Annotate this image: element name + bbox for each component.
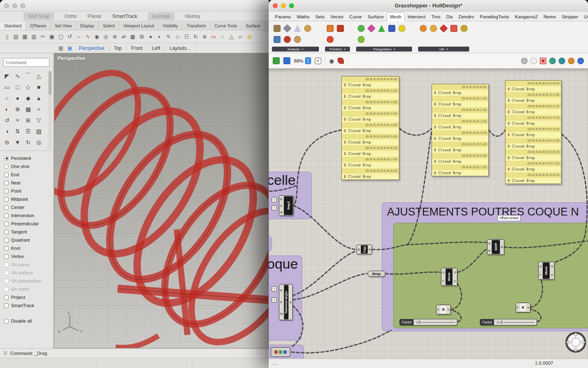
- tool-icon[interactable]: ◇: [23, 81, 33, 92]
- checkbox-icon[interactable]: [4, 287, 9, 292]
- osnap-item[interactable]: On curve: [4, 260, 53, 269]
- slider-track[interactable]: [422, 322, 455, 323]
- display-mode-icon[interactable]: [549, 58, 556, 64]
- tool-icon[interactable]: ●: [12, 92, 23, 103]
- display-mode-icon[interactable]: [577, 58, 584, 64]
- osnap-radio[interactable]: One shot: [4, 162, 53, 171]
- toolbar-tab[interactable]: Viewport Layout: [119, 21, 158, 30]
- display-mode-icon[interactable]: [568, 58, 575, 64]
- ribbon-icon[interactable]: [282, 34, 292, 45]
- status-toggle[interactable]: Gumball: [148, 13, 174, 20]
- close-button[interactable]: [4, 3, 9, 8]
- history-list-icon[interactable]: ☰: [3, 351, 7, 356]
- tool-icon[interactable]: ◑: [2, 126, 12, 137]
- tool-icon[interactable]: ◐: [2, 103, 12, 114]
- checkbox-icon[interactable]: [4, 205, 9, 210]
- viewport-tab[interactable]: Left: [147, 45, 165, 51]
- toolbar-icon[interactable]: ↻: [191, 32, 200, 42]
- osnap-item[interactable]: Midpoint: [4, 195, 53, 203]
- toolbar-icon[interactable]: ▩: [128, 32, 137, 42]
- minimize-button[interactable]: [12, 3, 17, 8]
- display-mode-icon[interactable]: [559, 58, 565, 64]
- ribbon-group-label[interactable]: Util+: [418, 47, 469, 52]
- osnap-item[interactable]: Vertex: [4, 252, 53, 260]
- tool-icon[interactable]: ◤: [2, 70, 12, 81]
- ribbon-icon[interactable]: [282, 23, 292, 34]
- display-mode-icon[interactable]: [540, 58, 546, 64]
- toolbar-icon[interactable]: ✂: [38, 32, 47, 42]
- osnap-item[interactable]: Project: [4, 293, 53, 301]
- slider-factor-right[interactable]: Factor ◇-5: [480, 319, 537, 325]
- toolbar-icon[interactable]: ▯: [2, 32, 11, 42]
- checkbox-icon[interactable]: [4, 213, 9, 218]
- osnap-item[interactable]: Center: [4, 203, 53, 211]
- data-panel-b[interactable]: {0;0;0;0;0;0;0}0 Closed Brep{0;0;0;0;0;1…: [432, 84, 489, 176]
- ribbon-group-label[interactable]: Triangulation+: [356, 47, 412, 52]
- toolbar-icon[interactable]: ▣: [47, 32, 56, 42]
- param-brep[interactable]: Brep: [368, 271, 385, 277]
- checkbox-icon[interactable]: [4, 319, 9, 323]
- toolbar-icon[interactable]: ⊕: [110, 32, 119, 42]
- zoom-button[interactable]: [20, 3, 25, 8]
- status-toggle[interactable]: Planar: [87, 13, 102, 19]
- menu-item[interactable]: Dis: [443, 13, 456, 21]
- osnap-item[interactable]: Near: [4, 179, 53, 187]
- toolbar-icon[interactable]: ⇔: [74, 32, 83, 42]
- osnap-item[interactable]: On mesh: [4, 285, 53, 293]
- tool-icon[interactable]: ▲: [33, 92, 44, 103]
- ribbon-icon[interactable]: [459, 23, 469, 34]
- grasshopper-titlebar[interactable]: Grasshopper - HullDesign*: [269, 0, 588, 11]
- viewport-tab[interactable]: Layouts...: [165, 45, 196, 51]
- toolbar-icon[interactable]: ▭: [209, 32, 218, 42]
- share-icon[interactable]: ↑: [261, 2, 263, 8]
- toolbar-icon[interactable]: ▤: [11, 32, 20, 42]
- toolbar-icon[interactable]: ◇: [173, 32, 182, 42]
- toolbar-icon[interactable]: ▥: [29, 32, 38, 42]
- toolbar-icon[interactable]: ▢: [56, 32, 65, 42]
- checkbox-icon[interactable]: [4, 222, 9, 226]
- toolbar-icon[interactable]: ◎: [101, 32, 110, 42]
- component-cap[interactable]: B Cap B: [356, 245, 372, 254]
- osnap-item[interactable]: Tangent: [4, 228, 53, 236]
- tool-icon[interactable]: ×: [12, 114, 23, 126]
- toolbar-icon[interactable]: ▱: [236, 32, 245, 42]
- tool-icon[interactable]: ⊕: [12, 103, 23, 114]
- tool-icon[interactable]: ▼: [12, 137, 23, 148]
- tool-icon[interactable]: △: [33, 70, 44, 81]
- toolbar-icon[interactable]: ☷: [182, 32, 191, 42]
- tool-icon[interactable]: ▧: [33, 126, 44, 137]
- menu-item[interactable]: PanelingTools: [477, 13, 512, 21]
- toolbar-icon[interactable]: ↺: [65, 32, 74, 42]
- ribbon-group-label[interactable]: Primitive+: [325, 47, 350, 52]
- status-toggle[interactable]: SmartTrack: [112, 13, 138, 19]
- menu-item[interactable]: Intersect: [405, 13, 428, 21]
- ribbon-icon[interactable]: [397, 23, 407, 34]
- viewport-grid-icon[interactable]: ▦: [56, 45, 65, 51]
- display-mode-icon[interactable]: [530, 58, 537, 64]
- toolbar-tab[interactable]: Display: [76, 21, 99, 30]
- ribbon-icon[interactable]: [325, 34, 335, 45]
- toolbar-icon[interactable]: ∿: [83, 32, 92, 42]
- toolbar-tab[interactable]: Standard: [0, 21, 26, 30]
- component-sdiff[interactable]: A B SDiff R: [487, 239, 504, 255]
- osnap-item[interactable]: End: [4, 171, 53, 179]
- ribbon-icon[interactable]: [292, 34, 303, 45]
- checkbox-icon[interactable]: [4, 279, 9, 283]
- open-file-icon[interactable]: [273, 57, 280, 64]
- menu-item[interactable]: Nemo: [541, 13, 559, 21]
- tool-icon[interactable]: ⊞: [23, 114, 33, 126]
- grasshopper-canvas[interactable]: celle oque AJUSTEMENTS POUTRES COQUE N: [269, 69, 588, 359]
- ribbon-icon[interactable]: [272, 34, 282, 45]
- component-unit-right[interactable]: F × V: [516, 303, 530, 312]
- checkbox-icon[interactable]: [4, 173, 9, 177]
- component-sweep1[interactable]: R S M Swp1: [279, 195, 294, 216]
- checkbox-icon[interactable]: [4, 230, 9, 234]
- menu-item[interactable]: Stripper: [559, 13, 581, 21]
- checkbox-icon[interactable]: [4, 181, 9, 185]
- data-panel-c[interactable]: {0;0;0;0;0;0;0;0;0}0 Closed Brep{0;0;0;0…: [505, 80, 561, 184]
- radio-icon[interactable]: [4, 164, 9, 169]
- status-toggle[interactable]: Grid Snap: [24, 13, 54, 20]
- ribbon-icon[interactable]: [292, 23, 303, 34]
- tool-icon[interactable]: ⊖: [2, 137, 12, 148]
- graft-icon[interactable]: ↑: [272, 297, 277, 303]
